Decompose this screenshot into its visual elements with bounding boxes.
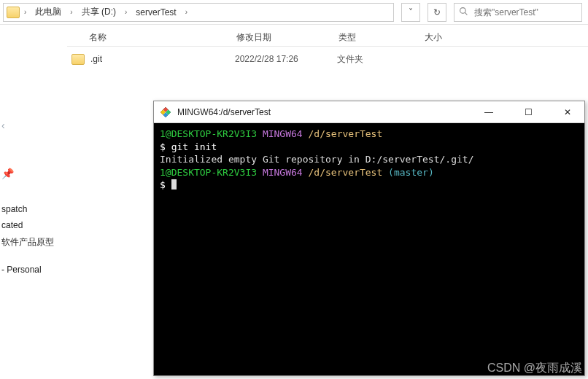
refresh-button[interactable]: ↻ (428, 3, 446, 22)
chevron-right-icon[interactable]: › (69, 8, 74, 16)
chevron-left-icon: ‹ (0, 120, 64, 131)
terminal-text: /d/serverTest (309, 128, 383, 139)
terminal-text: MINGW64 (263, 128, 309, 139)
terminal-text: /d/serverTest (309, 167, 389, 178)
column-header-name[interactable]: 名称 (67, 31, 236, 44)
terminal-text: $ (160, 179, 171, 190)
terminal-text: 1@DESKTOP-KR2V3I3 (160, 167, 263, 178)
chevron-right-icon[interactable]: › (184, 8, 189, 16)
close-icon: ✕ (564, 107, 571, 117)
minimize-button[interactable]: — (472, 101, 506, 123)
search-input[interactable] (473, 7, 585, 18)
terminal-line: Initialized empty Git repository in D:/s… (160, 153, 579, 166)
terminal-text: MINGW64 (263, 167, 309, 178)
file-row[interactable]: .git 2022/2/28 17:26 文件夹 (67, 47, 588, 69)
sidebar-item[interactable]: cated (0, 217, 64, 233)
terminal-titlebar[interactable]: MINGW64:/d/serverTest — ☐ ✕ (154, 101, 584, 123)
column-header-type[interactable]: 类型 (339, 31, 425, 44)
history-dropdown-button[interactable]: ˅ (401, 3, 420, 22)
maximize-icon: ☐ (525, 107, 533, 117)
chevron-down-icon: ˅ (409, 7, 413, 17)
breadcrumb[interactable]: › 此电脑 › 共享 (D:) › serverTest › (3, 3, 394, 22)
mingw-icon (160, 106, 171, 118)
pin-icon: 📌 (0, 168, 64, 179)
terminal-line: $ (160, 179, 579, 192)
chevron-right-icon[interactable]: › (123, 8, 128, 16)
sidebar-item[interactable]: - Personal (0, 262, 64, 278)
folder-icon (71, 54, 85, 65)
column-header-date[interactable]: 修改日期 (236, 31, 339, 44)
terminal-text: Initialized empty Git repository in D:/s… (160, 154, 473, 165)
svg-line-1 (465, 12, 467, 15)
maximize-button[interactable]: ☐ (511, 101, 545, 123)
sidebar-item[interactable]: spatch (0, 201, 64, 217)
terminal-line: 1@DESKTOP-KR2V3I3 MINGW64 /d/serverTest (160, 128, 579, 141)
file-date: 2022/2/28 17:26 (235, 54, 337, 64)
column-header-size[interactable]: 大小 (425, 31, 483, 44)
terminal-text: (master) (388, 167, 434, 178)
breadcrumb-seg-0[interactable]: 此电脑 (31, 4, 66, 20)
search-box[interactable] (454, 3, 582, 22)
terminal-text: $ git init (160, 141, 217, 152)
breadcrumb-seg-1[interactable]: 共享 (D:) (77, 4, 120, 20)
terminal-title: MINGW64:/d/serverTest (177, 107, 466, 117)
sidebar-item[interactable]: 软件产品原型 (0, 233, 64, 251)
chevron-right-icon[interactable]: › (23, 8, 28, 16)
address-bar: › 此电脑 › 共享 (D:) › serverTest › ˅ ↻ (0, 0, 588, 25)
svg-point-0 (460, 7, 466, 13)
navigation-pane[interactable]: ‹ 📌 spatch cated 软件产品原型 - Personal (0, 25, 67, 379)
file-name: .git (90, 54, 235, 64)
terminal-body[interactable]: 1@DESKTOP-KR2V3I3 MINGW64 /d/serverTest$… (154, 123, 584, 375)
column-headers: 名称 修改日期 类型 大小 (67, 25, 588, 47)
refresh-icon: ↻ (433, 7, 441, 17)
folder-icon (7, 7, 20, 18)
terminal-line: 1@DESKTOP-KR2V3I3 MINGW64 /d/serverTest … (160, 166, 579, 179)
file-type: 文件夹 (337, 53, 423, 66)
minimize-icon: — (484, 107, 493, 117)
terminal-text: 1@DESKTOP-KR2V3I3 (160, 128, 263, 139)
terminal-cursor (171, 179, 177, 190)
breadcrumb-seg-2[interactable]: serverTest (131, 6, 180, 19)
terminal-window: MINGW64:/d/serverTest — ☐ ✕ 1@DESKTOP-KR… (153, 101, 585, 376)
search-icon (459, 7, 468, 18)
terminal-line: $ git init (160, 141, 579, 154)
close-button[interactable]: ✕ (551, 101, 584, 123)
